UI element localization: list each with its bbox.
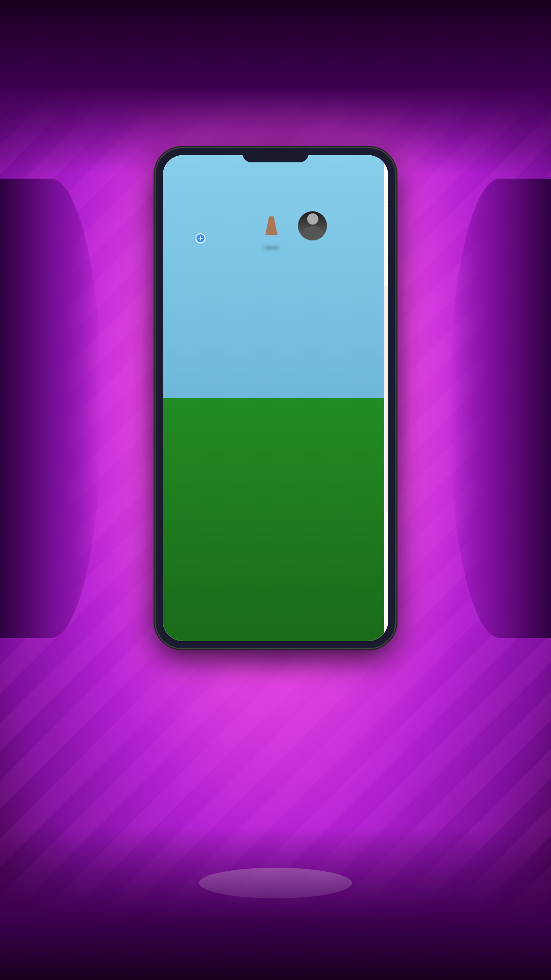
phone-screen: Instagram bbox=[163, 155, 388, 641]
phone-notch bbox=[242, 148, 309, 162]
hand-bottom-decoration bbox=[0, 827, 551, 980]
hand-top-decoration bbox=[0, 0, 551, 174]
story-label-user3: •••••••• bbox=[264, 245, 279, 251]
story-avatar-roses bbox=[297, 210, 328, 241]
add-story-button[interactable]: + bbox=[195, 233, 206, 243]
stories-row: + Your Story bbox=[163, 203, 388, 258]
story-ring-user3 bbox=[255, 209, 288, 242]
phone-reflection bbox=[199, 868, 352, 898]
story-item-user3[interactable]: •••••••• bbox=[255, 209, 288, 251]
story-ring-roses bbox=[296, 209, 330, 242]
phone-frame: Instagram bbox=[156, 148, 395, 648]
story-avatar-user3 bbox=[256, 210, 287, 241]
hand-right-decoration bbox=[449, 179, 551, 638]
hand-left-decoration bbox=[0, 179, 102, 638]
